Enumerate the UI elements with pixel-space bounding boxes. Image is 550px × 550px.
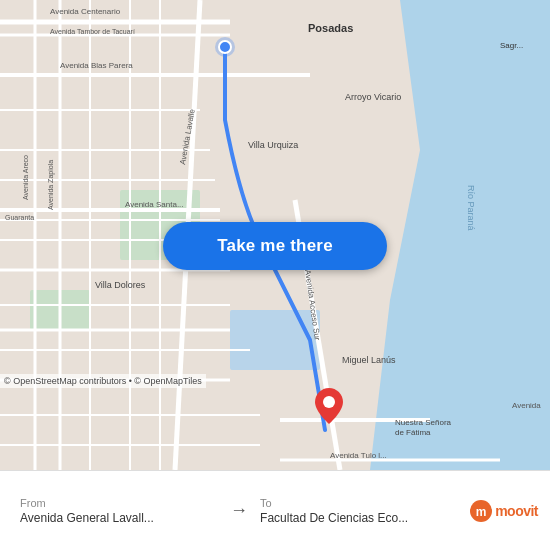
svg-text:Arroyo Vicario: Arroyo Vicario [345,92,401,102]
to-value: Facultad De Ciencias Eco... [260,511,458,525]
svg-text:Avenida Areco: Avenida Areco [22,155,29,200]
svg-point-51 [323,396,335,408]
main-container: Avenida Centenario Avenida Tambor de Tac… [0,0,550,550]
moovit-logo: m moovit [470,500,538,522]
svg-text:de Fátima: de Fátima [395,428,431,437]
take-me-there-label: Take me there [217,236,333,256]
svg-text:Sagr...: Sagr... [500,41,523,50]
origin-marker [218,40,232,54]
from-label: From [20,497,218,509]
svg-text:Posadas: Posadas [308,22,353,34]
svg-text:Avenida Zapiola: Avenida Zapiola [47,160,55,210]
route-arrow-icon: → [226,500,252,521]
moovit-text: moovit [495,503,538,519]
take-me-there-button[interactable]: Take me there [163,222,387,270]
svg-text:Nuestra Señora: Nuestra Señora [395,418,452,427]
svg-text:Avenida Tambor de Tacuarí: Avenida Tambor de Tacuarí [50,28,135,35]
map-area[interactable]: Avenida Centenario Avenida Tambor de Tac… [0,0,550,470]
svg-text:Avenida Santa...: Avenida Santa... [125,200,184,209]
map-attribution: © OpenStreetMap contributors • © OpenMap… [0,374,206,388]
svg-text:Villa Urquiza: Villa Urquiza [248,140,298,150]
svg-text:Avenida: Avenida [512,401,541,410]
moovit-icon: m [470,500,492,522]
svg-text:Guaranta: Guaranta [5,214,34,221]
svg-text:Villa Dolores: Villa Dolores [95,280,146,290]
svg-text:Avenida Tulo l...: Avenida Tulo l... [330,451,387,460]
destination-marker [315,388,343,428]
svg-text:Avenida Centenario: Avenida Centenario [50,7,121,16]
bottom-bar: From Avenida General Lavall... → To Facu… [0,470,550,550]
svg-text:Miguel Lanús: Miguel Lanús [342,355,396,365]
svg-rect-4 [230,310,320,370]
from-value: Avenida General Lavall... [20,511,218,525]
svg-text:Avenida Blas Parera: Avenida Blas Parera [60,61,133,70]
route-from: From Avenida General Lavall... [12,497,226,525]
svg-text:m: m [476,505,487,519]
route-to: To Facultad De Ciencias Eco... [252,497,466,525]
to-label: To [260,497,458,509]
svg-text:Río Paraná: Río Paraná [466,185,476,231]
